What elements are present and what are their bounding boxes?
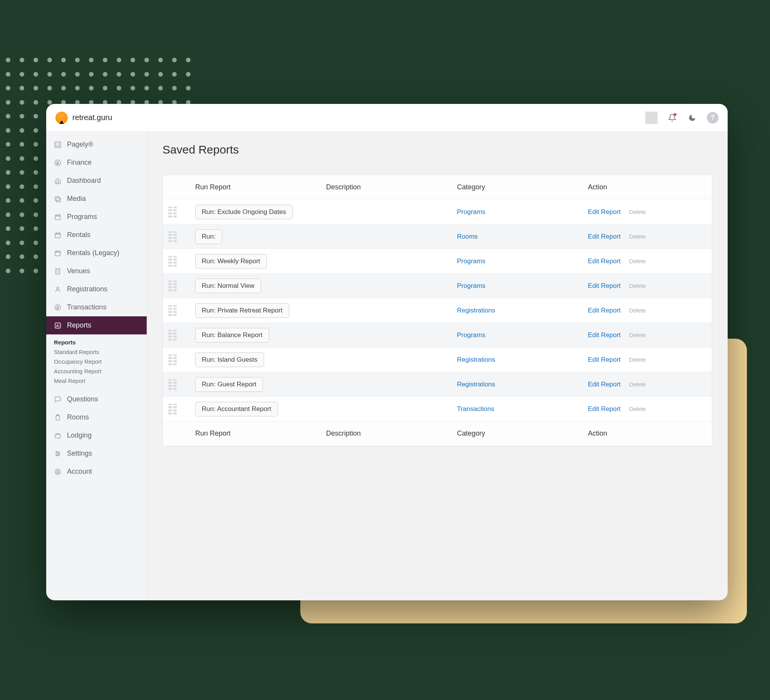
drag-handle-icon[interactable] (168, 354, 177, 365)
sidebar-item-label: Dashboard (67, 177, 101, 185)
sidebar-item-programs[interactable]: Programs (46, 208, 147, 226)
table-row: Run: Accountant Report Transactions Edit… (163, 397, 712, 421)
edit-report-link[interactable]: Edit Report (588, 257, 621, 265)
avatar[interactable] (645, 112, 658, 124)
col-footer-run: Run Report (195, 429, 326, 438)
category-link[interactable]: Programs (457, 282, 485, 289)
brand-logo-icon (55, 112, 68, 124)
category-link[interactable]: Programs (457, 331, 485, 339)
edit-report-link[interactable]: Edit Report (588, 208, 621, 216)
brand-label: retreat.guru (72, 113, 112, 122)
sidebar-subitem[interactable]: Standard Reports (54, 347, 147, 357)
calendar-icon (54, 231, 62, 239)
sidebar-item-settings[interactable]: Settings (46, 444, 147, 463)
sidebar-item-label: Lodging (67, 431, 92, 439)
edit-report-link[interactable]: Edit Report (588, 307, 621, 314)
category-link[interactable]: Programs (457, 257, 485, 265)
sidebar-item-account[interactable]: Account (46, 463, 147, 481)
sidebar-item-label: Programs (67, 213, 97, 221)
category-link[interactable]: Registrations (457, 307, 495, 314)
sidebar-item-reports[interactable]: Reports (46, 316, 147, 334)
run-report-button[interactable]: Run: Private Retreat Report (195, 303, 289, 318)
sidebar-item-label: Venues (67, 267, 90, 275)
edit-report-link[interactable]: Edit Report (588, 381, 621, 388)
drag-handle-icon[interactable] (168, 305, 177, 316)
sidebar-item-label: Account (67, 468, 92, 476)
run-report-button[interactable]: Run: (195, 229, 222, 244)
sidebar-item-label: Settings (67, 449, 92, 458)
sidebar-subitem[interactable]: Accounting Report (54, 366, 147, 376)
sidebar-item-label: Rentals (67, 231, 90, 239)
drag-handle-icon[interactable] (168, 330, 177, 341)
sidebar-subitem[interactable]: Meal Report (54, 376, 147, 386)
drag-handle-icon[interactable] (168, 404, 177, 414)
main-content: Saved Reports Run Report Description Cat… (147, 132, 728, 600)
sidebar-item-finance[interactable]: Finance (46, 154, 147, 172)
sidebar-item-lodging[interactable]: Lodging (46, 426, 147, 444)
sidebar-item-media[interactable]: Media (46, 190, 147, 208)
run-report-button[interactable]: Run: Balance Report (195, 328, 269, 342)
table-row: Run: Island Guests Registrations Edit Re… (163, 347, 712, 372)
sidebar-item-dashboard[interactable]: Dashboard (46, 172, 147, 190)
run-report-button[interactable]: Run: Guest Report (195, 377, 263, 392)
category-link[interactable]: Registrations (457, 381, 495, 388)
table-header-row: Run Report Description Category Action (163, 175, 712, 200)
delete-report-link[interactable]: Delete (629, 356, 646, 363)
sidebar-item-rooms[interactable]: Rooms (46, 408, 147, 426)
sidebar: PPagely®FinanceDashboardMediaProgramsRen… (46, 132, 147, 600)
edit-report-link[interactable]: Edit Report (588, 356, 621, 364)
edit-report-link[interactable]: Edit Report (588, 282, 621, 290)
delete-report-link[interactable]: Delete (629, 209, 646, 215)
run-report-button[interactable]: Run: Normal View (195, 279, 261, 293)
drag-handle-icon[interactable] (168, 281, 177, 291)
table-row: Run: Weekly Report Programs Edit Report … (163, 249, 712, 274)
delete-report-link[interactable]: Delete (629, 233, 646, 240)
col-footer-description: Description (326, 429, 457, 438)
category-link[interactable]: Programs (457, 208, 485, 216)
category-link[interactable]: Rooms (457, 233, 478, 240)
table-row: Run: Balance Report Programs Edit Report… (163, 323, 712, 347)
sidebar-item-label: Media (67, 195, 86, 203)
delete-report-link[interactable]: Delete (629, 282, 646, 289)
col-header-description: Description (326, 183, 457, 191)
run-report-button[interactable]: Run: Weekly Report (195, 254, 267, 269)
run-report-button[interactable]: Run: Exclude Ongoing Dates (195, 205, 293, 219)
brand[interactable]: retreat.guru (55, 112, 112, 124)
delete-report-link[interactable]: Delete (629, 406, 646, 412)
lodging-icon (54, 432, 62, 439)
sidebar-item-rentals[interactable]: Rentals (46, 226, 147, 244)
col-header-action: Action (588, 183, 706, 191)
svg-rect-6 (56, 269, 60, 274)
sidebar-item-venues[interactable]: Venues (46, 262, 147, 280)
category-link[interactable]: Transactions (457, 405, 494, 413)
drag-handle-icon[interactable] (168, 207, 177, 217)
help-icon[interactable]: ? (707, 112, 718, 124)
sidebar-subitem[interactable]: Occupancy Report (54, 357, 147, 366)
calendar-icon (54, 213, 62, 221)
col-header-category: Category (457, 183, 588, 191)
drag-handle-icon[interactable] (168, 256, 177, 267)
sidebar-item-label: Registrations (67, 285, 107, 293)
run-report-button[interactable]: Run: Accountant Report (195, 402, 278, 416)
delete-report-link[interactable]: Delete (629, 258, 646, 264)
P-icon: P (54, 141, 62, 149)
sidebar-item-transactions[interactable]: Transactions (46, 298, 147, 316)
delete-report-link[interactable]: Delete (629, 307, 646, 314)
delete-report-link[interactable]: Delete (629, 332, 646, 338)
edit-report-link[interactable]: Edit Report (588, 331, 621, 339)
drag-handle-icon[interactable] (168, 379, 177, 390)
delete-report-link[interactable]: Delete (629, 381, 646, 388)
col-footer-action: Action (588, 429, 706, 438)
sidebar-subitem[interactable]: Reports (54, 337, 147, 347)
sidebar-item-rentals-legacy-[interactable]: Rentals (Legacy) (46, 244, 147, 262)
sidebar-item-pagely-[interactable]: PPagely® (46, 135, 147, 154)
drag-handle-icon[interactable] (168, 231, 177, 242)
run-report-button[interactable]: Run: Island Guests (195, 353, 264, 367)
edit-report-link[interactable]: Edit Report (588, 233, 621, 241)
category-link[interactable]: Registrations (457, 356, 495, 363)
bell-icon[interactable] (667, 112, 678, 123)
moon-icon[interactable] (687, 112, 698, 123)
sidebar-item-registrations[interactable]: Registrations (46, 280, 147, 298)
sidebar-item-questions[interactable]: Questions (46, 390, 147, 408)
edit-report-link[interactable]: Edit Report (588, 405, 621, 413)
